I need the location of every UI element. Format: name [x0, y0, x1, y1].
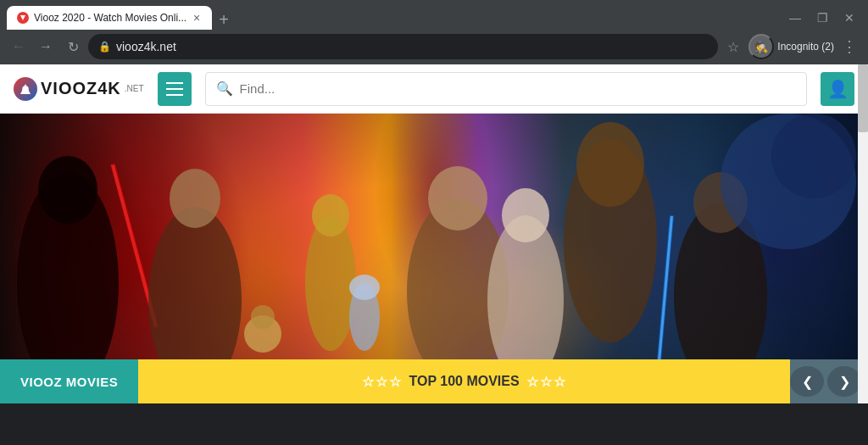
minimize-button[interactable]: — [783, 8, 807, 27]
svg-point-9 [251, 305, 275, 329]
svg-point-25 [771, 114, 856, 198]
tab-title: Viooz 2020 - Watch Movies Onli... [34, 12, 186, 24]
tab-close-button[interactable]: × [192, 11, 202, 25]
svg-point-6 [148, 207, 242, 359]
maximize-button[interactable]: ❐ [810, 8, 834, 27]
close-button[interactable]: ✕ [837, 8, 861, 27]
stars-left: ☆☆☆ [362, 374, 403, 390]
new-tab-button[interactable]: + [215, 10, 232, 30]
search-icon: 🔍 [216, 81, 233, 97]
svg-point-11 [312, 194, 349, 236]
back-button[interactable]: ← [7, 35, 31, 58]
next-arrow-button[interactable]: ❯ [827, 366, 861, 397]
site-header: VIOOZ4K.NET 🔍 👤 [0, 64, 868, 114]
top100-label: TOP 100 MOVIES [409, 374, 520, 389]
window-controls: — ❐ ✕ [783, 8, 861, 27]
incognito-button[interactable]: 🕵 [748, 34, 774, 59]
svg-point-17 [502, 188, 549, 242]
reload-button[interactable]: ↻ [61, 35, 85, 58]
lock-icon: 🔒 [98, 41, 111, 53]
scrollbar-track [858, 64, 868, 403]
tab-favicon [17, 12, 29, 24]
logo-text: VIOOZ4K [41, 79, 121, 98]
stars-right: ☆☆☆ [526, 374, 567, 390]
logo-area: VIOOZ4K.NET [14, 77, 144, 101]
address-bar-row: ← → ↻ 🔒 viooz4k.net ☆ 🕵 Incognito (2) ⋮ [0, 31, 868, 64]
top100-button[interactable]: ☆☆☆ TOP 100 MOVIES ☆☆☆ [138, 359, 790, 403]
address-bar[interactable]: 🔒 viooz4k.net [88, 34, 718, 59]
address-text: viooz4k.net [116, 40, 708, 53]
incognito-count: Incognito (2) [777, 41, 834, 53]
hero-svg [0, 114, 868, 359]
svg-point-15 [428, 166, 487, 231]
hamburger-line-3 [166, 94, 183, 96]
svg-point-13 [349, 275, 380, 300]
prev-arrow-button[interactable]: ❮ [790, 366, 824, 397]
svg-point-3 [38, 156, 97, 224]
hero-banner [0, 114, 868, 359]
tab-favicon-icon [20, 15, 25, 20]
tabs-area: Viooz 2020 - Watch Movies Onli... × + [7, 6, 783, 30]
user-account-button[interactable]: 👤 [821, 72, 854, 106]
hamburger-menu-button[interactable] [158, 72, 192, 106]
logo-icon [14, 77, 37, 101]
bottom-bar: VIOOZ MOVIES ☆☆☆ TOP 100 MOVIES ☆☆☆ ❮ ❯ [0, 359, 868, 403]
webpage-content: VIOOZ4K.NET 🔍 👤 [0, 64, 868, 403]
active-tab[interactable]: Viooz 2020 - Watch Movies Onli... × [7, 6, 212, 30]
search-bar: 🔍 [205, 72, 807, 106]
viooz-movies-button[interactable]: VIOOZ MOVIES [0, 359, 138, 403]
user-icon: 👤 [827, 79, 849, 99]
logo-sub: .NET [125, 84, 144, 93]
chrome-menu-button[interactable]: ⋮ [837, 35, 861, 58]
svg-marker-0 [20, 84, 31, 94]
incognito-area: 🕵 Incognito (2) [748, 34, 834, 59]
svg-point-7 [170, 169, 220, 228]
search-input[interactable] [240, 81, 796, 96]
forward-button[interactable]: → [34, 35, 58, 58]
hamburger-line-2 [166, 88, 183, 90]
browser-chrome: Viooz 2020 - Watch Movies Onli... × + — … [0, 0, 868, 64]
nav-arrows: ❮ ❯ [790, 366, 868, 397]
svg-point-19 [576, 122, 644, 207]
title-bar: Viooz 2020 - Watch Movies Onli... × + — … [0, 0, 868, 31]
bookmark-button[interactable]: ☆ [721, 35, 745, 58]
scrollbar-thumb[interactable] [858, 64, 868, 132]
hamburger-line-1 [166, 82, 183, 84]
